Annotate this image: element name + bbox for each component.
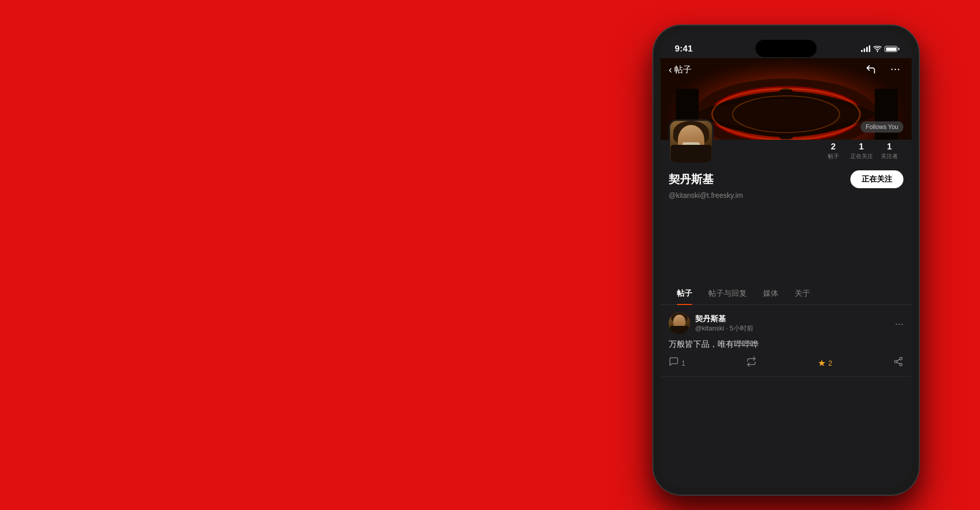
- profile-info-row: 契丹斯基 正在关注: [669, 170, 903, 188]
- stat-following-label: 正在关注: [850, 152, 873, 160]
- more-options-button[interactable]: [887, 61, 903, 78]
- stat-posts-label: 帖子: [828, 152, 839, 160]
- stat-following-number: 1: [859, 142, 864, 152]
- tab-bar: 帖子 帖子与回复 媒体 关于: [660, 283, 912, 305]
- tab-media[interactable]: 媒体: [755, 283, 787, 304]
- profile-header: Follows You 2 帖子 1 正在关注 1: [669, 119, 903, 164]
- reply-button[interactable]: [863, 61, 879, 78]
- star-action-icon: ★: [818, 358, 826, 369]
- tab-posts[interactable]: 帖子: [669, 283, 700, 304]
- stat-followers[interactable]: 1 关注者: [875, 142, 903, 160]
- post-content: 万般皆下品，唯有哔哔哗: [669, 338, 903, 350]
- post-star-action[interactable]: ★ 2: [818, 358, 832, 369]
- nav-back-label: 帖子: [674, 64, 692, 75]
- stat-posts[interactable]: 2 帖子: [819, 142, 847, 160]
- signal-icon: [861, 46, 870, 52]
- post-author-info: @kitanski · 5小时前: [695, 324, 753, 333]
- share-action-icon: [893, 356, 903, 369]
- repost-action-icon: [746, 356, 756, 369]
- battery-icon: [885, 46, 897, 52]
- stats-row: 2 帖子 1 正在关注 1 关注者: [819, 142, 903, 160]
- stat-followers-number: 1: [887, 142, 892, 152]
- svg-point-11: [891, 69, 893, 70]
- status-icons: [861, 46, 897, 52]
- svg-point-12: [895, 69, 896, 70]
- portrait-body: [671, 145, 712, 163]
- post-user-info: 契丹斯基 @kitanski · 5小时前: [669, 313, 753, 334]
- profile-handle: @kitanski@t.freesky.im: [669, 191, 903, 199]
- phone-device: ‹ 帖子: [653, 26, 919, 495]
- post-reply-count: 1: [681, 359, 685, 367]
- wifi-icon: [873, 46, 881, 52]
- post-avatar-inner: [669, 313, 690, 334]
- phone-screen: ‹ 帖子: [660, 33, 912, 488]
- post-avatar[interactable]: [669, 313, 690, 334]
- post-item: 契丹斯基 @kitanski · 5小时前 ··· 万般皆下品，唯有哔哔哗: [660, 305, 912, 377]
- post-more-button[interactable]: ···: [895, 318, 903, 329]
- reply-action-icon: [669, 356, 679, 369]
- post-share-action[interactable]: [893, 356, 903, 369]
- svg-line-17: [897, 362, 900, 364]
- more-icon: [890, 64, 901, 75]
- post-reply-action[interactable]: 1: [669, 356, 685, 369]
- avatar: [669, 119, 714, 164]
- status-time: 9:41: [675, 44, 693, 54]
- tab-posts-replies[interactable]: 帖子与回复: [700, 283, 755, 304]
- svg-line-18: [897, 359, 900, 361]
- reply-icon: [865, 64, 876, 75]
- post-star-count: 2: [828, 359, 832, 367]
- profile-username: 契丹斯基: [669, 172, 714, 187]
- posts-section: 契丹斯基 @kitanski · 5小时前 ··· 万般皆下品，唯有哔哔哗: [660, 305, 912, 488]
- nav-right-actions: [863, 61, 903, 78]
- post-name-time: 契丹斯基 @kitanski · 5小时前: [695, 314, 753, 333]
- follows-you-badge: Follows You: [861, 121, 903, 133]
- svg-point-13: [898, 69, 899, 70]
- stat-posts-number: 2: [831, 142, 836, 152]
- profile-right: Follows You 2 帖子 1 正在关注 1: [819, 121, 903, 164]
- post-actions: 1: [669, 356, 903, 369]
- post-header: 契丹斯基 @kitanski · 5小时前 ···: [669, 313, 903, 334]
- stat-following[interactable]: 1 正在关注: [847, 142, 875, 160]
- post-avatar-body: [670, 326, 689, 334]
- post-repost-action[interactable]: [746, 356, 756, 369]
- status-bar: 9:41: [660, 33, 912, 58]
- profile-section: Follows You 2 帖子 1 正在关注 1: [660, 140, 912, 212]
- app-content: ‹ 帖子: [660, 33, 912, 488]
- post-author-name: 契丹斯基: [695, 314, 753, 324]
- nav-bar: ‹ 帖子: [660, 58, 912, 81]
- back-icon: ‹: [669, 64, 672, 74]
- tab-about[interactable]: 关于: [787, 283, 818, 304]
- follow-button[interactable]: 正在关注: [850, 170, 903, 188]
- stat-followers-label: 关注者: [881, 152, 898, 160]
- nav-back-button[interactable]: ‹ 帖子: [669, 64, 692, 75]
- avatar-portrait: [670, 121, 712, 163]
